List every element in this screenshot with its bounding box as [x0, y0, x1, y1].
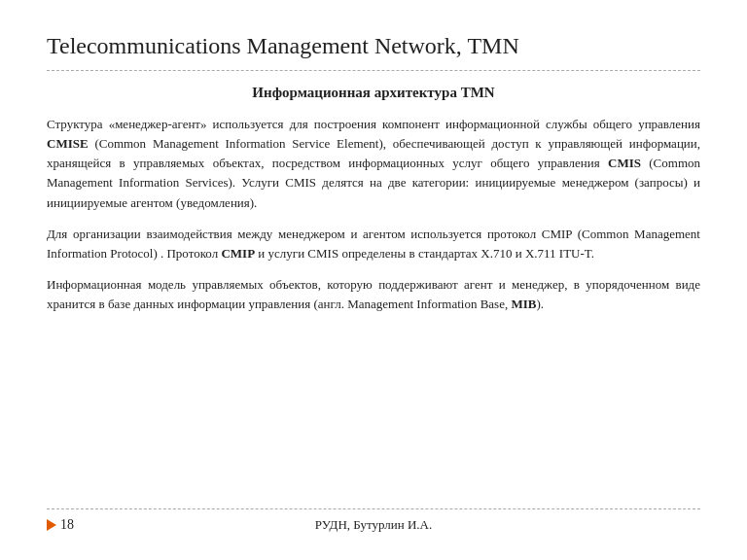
paragraph-3: Информационная модель управляемых объект… — [47, 275, 700, 314]
page-number: 18 — [60, 517, 74, 533]
slide-title: Telecommunications Management Network, T… — [47, 31, 700, 60]
footer: 18 РУДН, Бутурлин И.А. — [47, 508, 700, 533]
title-area: Telecommunications Management Network, T… — [47, 31, 700, 71]
footer-author: РУДН, Бутурлин И.А. — [315, 517, 432, 533]
slide: Telecommunications Management Network, T… — [0, 0, 747, 560]
content-area: Структура «менеджер-агент» используется … — [47, 115, 700, 508]
paragraph-2: Для организации взаимодействия между мен… — [47, 225, 700, 263]
footer-page: 18 — [47, 517, 74, 533]
paragraph-1: Структура «менеджер-агент» используется … — [47, 115, 700, 213]
subtitle: Информационная архитектура TMN — [47, 85, 700, 101]
arrow-icon — [47, 519, 56, 531]
